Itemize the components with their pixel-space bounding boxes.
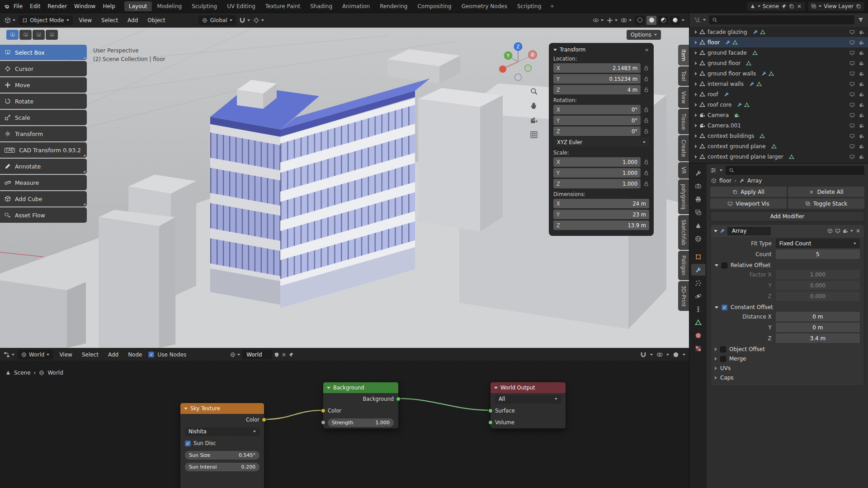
lock-icon[interactable] [643,159,649,165]
disable-render-icon[interactable] [859,133,864,139]
factor-y-field[interactable]: 0.000 [776,281,860,290]
scale-y-field[interactable]: Y1.000 [553,168,641,178]
modifier-name-field[interactable]: Array [727,227,771,235]
disable-render-icon[interactable] [859,71,864,76]
hide-viewport-icon[interactable] [849,61,855,66]
menu-file[interactable]: File [10,2,26,11]
preview-sphere-icon[interactable] [673,352,679,358]
tab-tissue[interactable]: Tissue [678,109,689,134]
disable-render-icon[interactable] [859,81,864,87]
sun-size-field[interactable]: Sun Size0.545° [185,451,259,460]
lock-icon[interactable] [643,128,649,134]
merge-checkbox[interactable] [720,356,726,362]
tab-physics-props[interactable] [691,290,705,302]
sky-type-dropdown[interactable]: Nishita [185,427,259,436]
tool-rotate[interactable]: Rotate [0,94,87,109]
shader-editor[interactable]: Scene › World Sky Texture Color Nishita … [0,361,689,488]
hide-viewport-icon[interactable] [849,29,855,35]
lock-icon[interactable] [643,76,649,82]
tab-modifier-props[interactable] [691,264,705,276]
menu-add[interactable]: Add [124,16,141,25]
outliner-row-context-buildings[interactable]: context buildings [689,131,868,141]
ortho-grid-icon[interactable] [530,131,538,139]
filter-icon[interactable] [858,17,864,23]
tab-constraint-props[interactable] [691,303,705,315]
collapse-icon[interactable] [494,387,498,389]
merge-section[interactable]: Merge [715,356,860,362]
object-offset-checkbox[interactable] [720,347,726,352]
relative-offset-checkbox[interactable] [722,263,727,268]
hide-viewport-icon[interactable] [849,113,855,118]
tab-modeling[interactable]: Modeling [153,1,187,11]
collapse-icon[interactable] [553,49,557,51]
modifier-panel-header[interactable]: Array [711,225,864,237]
editor-type-selector[interactable] [5,17,15,23]
menu-window[interactable]: Window [71,2,99,11]
outliner-row-ground-floor-walls[interactable]: ground floor walls [689,68,868,79]
apply-all-button[interactable]: Apply All [710,187,787,197]
collapse-icon[interactable] [714,230,717,232]
breadcrumb-modifier[interactable]: Array [747,178,762,184]
factor-x-field[interactable]: 1.000 [776,270,860,279]
sun-intensity-field[interactable]: Sun Intensi0.200 [185,463,259,471]
shading-wireframe-button[interactable] [635,16,645,25]
menu-help[interactable]: Help [99,2,118,11]
menu-edit[interactable]: Edit [26,2,44,11]
rotation-x-field[interactable]: X0° [553,105,641,114]
tool-add-cube[interactable]: Add Cube [0,191,87,206]
tab-render-props[interactable] [691,180,705,192]
location-z-field[interactable]: Z4 m [553,85,641,94]
fake-user-shield-icon[interactable] [274,352,279,357]
toggle-stack-button[interactable]: Toggle Stack [788,198,864,209]
viewport-3d[interactable]: Options User Perspective (2) Scene Colle… [0,28,689,348]
add-modifier-button[interactable]: Add Modifier [710,211,864,222]
socket-color-output[interactable] [262,418,266,422]
camera-view-icon[interactable] [530,116,538,124]
overlays-icon[interactable] [656,352,663,358]
socket-volume-input[interactable] [488,420,493,425]
tab-geometry-nodes[interactable]: Geometry Nodes [457,1,512,11]
tool-annotate[interactable]: Annotate [0,159,87,174]
socket-background-output[interactable] [396,397,401,401]
tool-select-box[interactable]: Select Box [0,45,87,60]
menu-view[interactable]: View [76,16,95,25]
hide-viewport-icon[interactable] [849,92,855,97]
outliner-row-context-ground-plane[interactable]: context ground plane [689,141,868,151]
lock-icon[interactable] [643,170,649,176]
tab-texture-paint[interactable]: Texture Paint [261,1,305,11]
tab-item[interactable]: Item [678,45,689,66]
mode-dropdown[interactable]: Object Mode [19,15,73,25]
panel-menu-icon[interactable]: ≡ [645,47,649,52]
socket-surface-input[interactable] [488,408,493,413]
location-x-field[interactable]: X2.1483 m [553,63,641,73]
tab-create[interactable]: Create [678,135,689,161]
rotation-z-field[interactable]: Z0° [553,127,641,136]
menu-select[interactable]: Select [98,16,121,25]
distance-z-field[interactable]: 3.4 m [776,333,860,343]
snap-magnet-icon[interactable] [640,352,646,358]
outliner-row-ground-facade[interactable]: ground facade [689,47,868,58]
outliner-row-camera[interactable]: Camera [689,110,868,120]
proportional-circle-icon[interactable] [253,17,259,23]
pan-hand-icon[interactable] [530,102,538,110]
shader-menu-select[interactable]: Select [79,350,102,359]
menu-object[interactable]: Object [144,16,168,25]
rotation-mode-dropdown[interactable]: XYZ Euler [553,137,649,147]
shading-solid-button[interactable] [646,16,656,25]
outliner-row-internal-walls[interactable]: internal walls [689,79,868,89]
sun-disc-checkbox[interactable]: ✓ [185,441,191,446]
tab-tool-props[interactable] [691,167,705,179]
outliner-row-context-ground-plane-larger[interactable]: context ground plane larger [689,151,868,162]
disable-render-icon[interactable] [859,154,864,160]
tab-material-props[interactable] [691,329,705,341]
outliner-row-roof[interactable]: roof [689,89,868,99]
hide-viewport-icon[interactable] [849,81,855,87]
tab-3d-print[interactable]: 3D-Print [678,281,689,311]
edit-mode-toggle-icon[interactable] [827,228,833,234]
lock-icon[interactable] [643,87,649,93]
overlays-dropdown[interactable] [621,17,632,23]
node-background[interactable]: Background Background Color Strength1.00… [323,382,399,429]
strength-field[interactable]: Strength1.000 [328,418,394,427]
tab-tool[interactable]: Tool [678,66,689,85]
disable-render-icon[interactable] [859,123,864,128]
